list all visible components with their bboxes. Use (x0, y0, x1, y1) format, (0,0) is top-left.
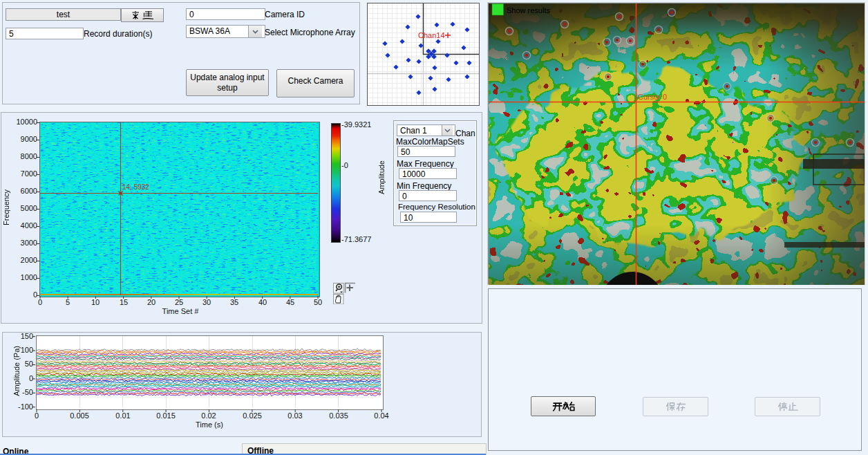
svg-text:Show results: Show results (507, 6, 550, 15)
svg-text:Chan14: Chan14 (418, 31, 445, 39)
svg-text:14, 5932: 14, 5932 (122, 183, 149, 191)
svg-text:Cursor 0: Cursor 0 (638, 93, 667, 101)
